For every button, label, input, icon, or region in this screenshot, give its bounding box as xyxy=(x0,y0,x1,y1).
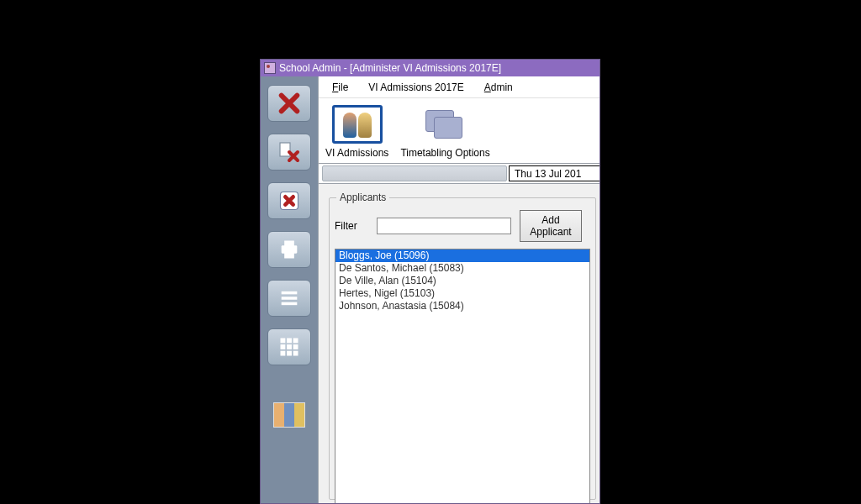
svg-rect-2 xyxy=(282,245,298,253)
app-icon xyxy=(264,62,276,74)
svg-rect-12 xyxy=(287,344,292,349)
lines-icon xyxy=(277,286,301,310)
close-doc-button[interactable] xyxy=(267,134,311,171)
filter-row: Filter Add Applicant xyxy=(335,210,590,242)
datebar: Thu 13 Jul 201 xyxy=(319,164,600,184)
add-applicant-button[interactable]: Add Applicant xyxy=(520,210,582,242)
svg-rect-0 xyxy=(280,143,290,156)
filter-input[interactable] xyxy=(377,218,511,234)
tool-vi-label: VI Admissions xyxy=(325,147,388,159)
tool-vi-admissions[interactable]: VI Admissions xyxy=(320,102,394,163)
svg-rect-11 xyxy=(281,344,286,349)
svg-rect-4 xyxy=(284,253,294,259)
app-window: School Admin - [Administer VI Admissions… xyxy=(260,59,600,504)
menu-admin[interactable]: Admin xyxy=(479,80,518,95)
close-button[interactable] xyxy=(267,85,311,122)
svg-rect-8 xyxy=(281,339,286,344)
svg-rect-7 xyxy=(282,302,298,306)
grid-button[interactable] xyxy=(267,328,311,365)
list-item[interactable]: De Ville, Alan (15104) xyxy=(335,275,589,287)
svg-rect-3 xyxy=(284,241,294,247)
list-item[interactable]: Hertes, Nigel (15103) xyxy=(335,287,589,300)
left-sidebar xyxy=(261,76,318,503)
window-title: School Admin - [Administer VI Admissions… xyxy=(279,62,501,74)
close-square-button[interactable] xyxy=(267,182,311,219)
tool-timetabling[interactable]: Timetabling Options xyxy=(395,102,494,163)
svg-rect-15 xyxy=(287,351,292,356)
filter-label: Filter xyxy=(335,220,368,232)
close-doc-icon xyxy=(277,140,301,164)
svg-rect-16 xyxy=(293,351,298,356)
svg-rect-5 xyxy=(282,291,298,295)
close-square-icon xyxy=(277,189,301,213)
svg-rect-10 xyxy=(293,339,298,344)
applicants-group: Applicants Filter Add Applicant Bloggs, … xyxy=(329,197,596,500)
print-button[interactable] xyxy=(267,231,311,268)
thumbnail[interactable] xyxy=(273,402,305,428)
list-item[interactable]: De Santos, Michael (15083) xyxy=(335,262,589,275)
applicants-listbox[interactable]: Bloggs, Joe (15096)De Santos, Michael (1… xyxy=(335,249,590,503)
svg-rect-13 xyxy=(293,344,298,349)
applicants-legend: Applicants xyxy=(336,192,389,203)
svg-rect-14 xyxy=(281,351,286,356)
timetabling-icon xyxy=(420,105,471,144)
toolbar: VI Admissions Timetabling Options xyxy=(319,98,600,164)
main-panel: File VI Admissions 2017E Admin VI Admiss… xyxy=(318,76,600,503)
lines-button[interactable] xyxy=(267,280,311,317)
svg-rect-9 xyxy=(287,339,292,344)
list-item[interactable]: Johnson, Anastasia (15084) xyxy=(335,300,589,312)
menubar: File VI Admissions 2017E Admin xyxy=(319,76,600,98)
vi-admissions-icon xyxy=(332,105,383,144)
tool-tt-label: Timetabling Options xyxy=(400,147,489,159)
list-item[interactable]: Bloggs, Joe (15096) xyxy=(335,249,589,262)
grid-icon xyxy=(277,335,301,359)
content-area: Applicants Filter Add Applicant Bloggs, … xyxy=(319,184,600,503)
titlebar: School Admin - [Administer VI Admissions… xyxy=(261,60,600,76)
date-display[interactable]: Thu 13 Jul 201 xyxy=(509,165,600,181)
close-icon xyxy=(277,92,301,115)
menu-file[interactable]: File xyxy=(327,80,353,95)
window-body: File VI Admissions 2017E Admin VI Admiss… xyxy=(261,76,600,503)
menu-vi-admissions[interactable]: VI Admissions 2017E xyxy=(363,80,468,95)
datebar-blank[interactable] xyxy=(322,165,507,181)
print-icon xyxy=(277,238,301,261)
svg-rect-6 xyxy=(282,297,298,300)
